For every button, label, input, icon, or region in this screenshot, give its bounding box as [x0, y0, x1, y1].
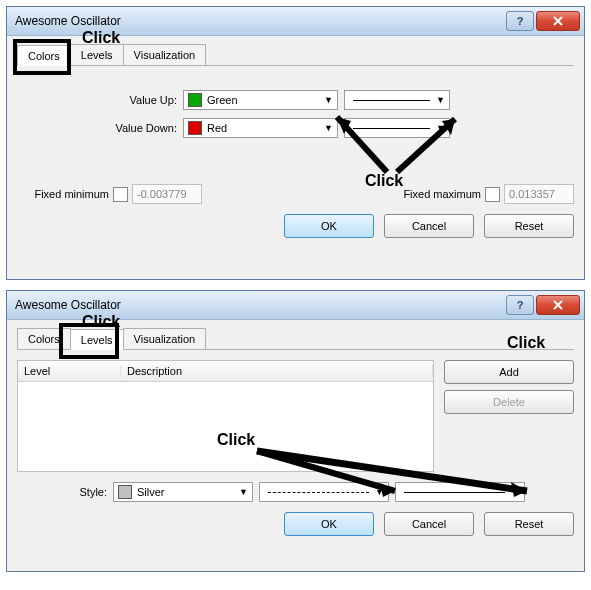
- fixed-min-label: Fixed minimum: [17, 188, 109, 200]
- tab-visualization[interactable]: Visualization: [123, 44, 207, 65]
- line-preview: [404, 492, 505, 493]
- chevron-down-icon: ▼: [434, 123, 447, 133]
- value-up-line-combo[interactable]: ▼: [344, 90, 450, 110]
- tab-levels[interactable]: Levels: [70, 329, 124, 350]
- titlebar: Awesome Oscillator ?: [7, 7, 584, 36]
- dialog-colors: Awesome Oscillator ? Colors Levels Visua…: [6, 6, 585, 280]
- close-button[interactable]: [536, 295, 580, 315]
- tab-levels[interactable]: Levels: [70, 44, 124, 65]
- tabstrip: Colors Levels Visualization: [17, 44, 574, 66]
- style-label: Style:: [17, 486, 107, 498]
- color-swatch-silver: [118, 485, 132, 499]
- col-description: Description: [121, 365, 433, 377]
- fixed-max-label: Fixed maximum: [403, 188, 481, 200]
- value-up-color-combo[interactable]: Green ▼: [183, 90, 338, 110]
- fixed-min-checkbox[interactable]: [113, 187, 128, 202]
- help-button[interactable]: ?: [506, 295, 534, 315]
- chevron-down-icon: ▼: [237, 487, 250, 497]
- reset-button[interactable]: Reset: [484, 214, 574, 238]
- value-down-color-combo[interactable]: Red ▼: [183, 118, 338, 138]
- fixed-max-checkbox[interactable]: [485, 187, 500, 202]
- tab-colors[interactable]: Colors: [17, 45, 71, 66]
- line-preview-dashed: [268, 492, 369, 493]
- line-preview: [353, 100, 430, 101]
- style-color-combo[interactable]: Silver ▼: [113, 482, 253, 502]
- value-up-color-name: Green: [207, 94, 322, 106]
- close-icon: [552, 16, 564, 26]
- style-pattern-combo[interactable]: ▼: [259, 482, 389, 502]
- ok-button[interactable]: OK: [284, 214, 374, 238]
- fixed-min-value[interactable]: -0.003779: [132, 184, 202, 204]
- chevron-down-icon: ▼: [509, 487, 522, 497]
- style-color-name: Silver: [137, 486, 237, 498]
- value-down-color-name: Red: [207, 122, 322, 134]
- close-icon: [552, 300, 564, 310]
- dialog-levels: Awesome Oscillator ? Colors Levels Visua…: [6, 290, 585, 572]
- dialog-title: Awesome Oscillator: [15, 298, 504, 312]
- chevron-down-icon: ▼: [373, 487, 386, 497]
- color-swatch-red: [188, 121, 202, 135]
- value-down-line-combo[interactable]: ▼: [344, 118, 450, 138]
- help-button[interactable]: ?: [506, 11, 534, 31]
- reset-button[interactable]: Reset: [484, 512, 574, 536]
- col-level: Level: [18, 365, 121, 377]
- line-preview: [353, 128, 430, 129]
- close-button[interactable]: [536, 11, 580, 31]
- cancel-button[interactable]: Cancel: [384, 512, 474, 536]
- tab-colors[interactable]: Colors: [17, 328, 71, 349]
- levels-table[interactable]: Level Description: [17, 360, 434, 472]
- color-swatch-green: [188, 93, 202, 107]
- value-down-label: Value Down:: [17, 122, 177, 134]
- tabstrip: Colors Levels Visualization: [17, 328, 574, 350]
- chevron-down-icon: ▼: [322, 123, 335, 133]
- dialog-title: Awesome Oscillator: [15, 14, 504, 28]
- value-up-label: Value Up:: [17, 94, 177, 106]
- add-button[interactable]: Add: [444, 360, 574, 384]
- tab-visualization[interactable]: Visualization: [123, 328, 207, 349]
- style-width-combo[interactable]: ▼: [395, 482, 525, 502]
- titlebar: Awesome Oscillator ?: [7, 291, 584, 320]
- chevron-down-icon: ▼: [434, 95, 447, 105]
- delete-button[interactable]: Delete: [444, 390, 574, 414]
- fixed-max-value[interactable]: 0.013357: [504, 184, 574, 204]
- cancel-button[interactable]: Cancel: [384, 214, 474, 238]
- chevron-down-icon: ▼: [322, 95, 335, 105]
- ok-button[interactable]: OK: [284, 512, 374, 536]
- table-header: Level Description: [18, 361, 433, 382]
